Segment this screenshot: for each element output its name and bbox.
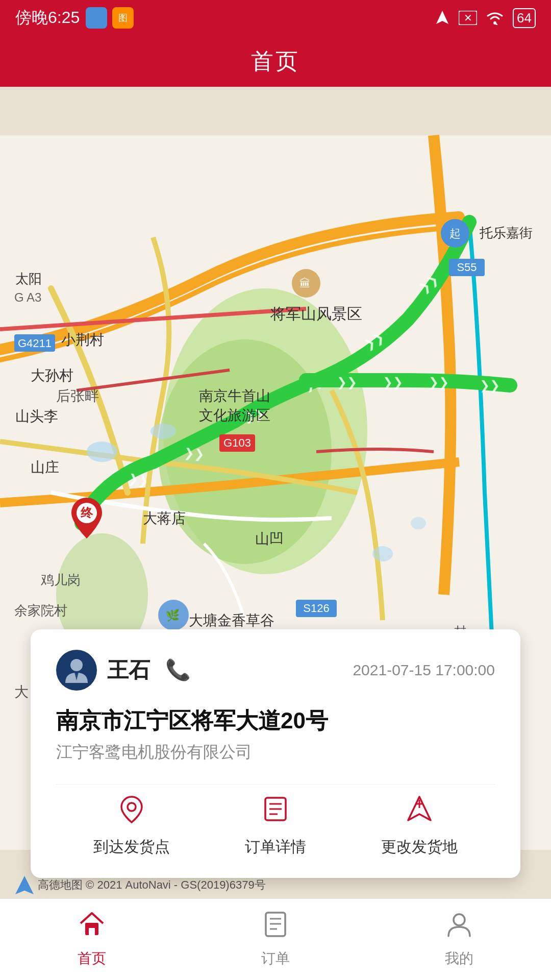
svg-text:起: 起: [449, 227, 461, 240]
nav-home[interactable]: 首页: [78, 911, 106, 968]
order-svg: [262, 911, 289, 938]
svg-text:后张畔: 后张畔: [56, 388, 99, 404]
wifi-icon: [485, 11, 505, 25]
top-header: 首页: [0, 36, 551, 87]
nav-order[interactable]: 订单: [261, 911, 290, 968]
header-title: 首页: [251, 46, 300, 77]
svg-text:终: 终: [80, 506, 93, 520]
svg-text:鸡儿岗: 鸡儿岗: [40, 572, 81, 587]
card-datetime: 2021-07-15 17:00:00: [353, 662, 495, 679]
app-icon-1: [86, 7, 107, 29]
svg-text:G103: G103: [223, 436, 251, 449]
nav-order-label: 订单: [261, 949, 290, 968]
svg-text:托乐嘉街: 托乐嘉街: [479, 225, 533, 240]
svg-text:❯❯: ❯❯: [183, 446, 205, 461]
nav-profile-label: 我的: [445, 949, 473, 968]
nav-profile[interactable]: 我的: [445, 911, 473, 968]
svg-text:山头李: 山头李: [15, 408, 58, 424]
person-svg: [445, 911, 473, 938]
arrive-label: 到达发货点: [93, 837, 170, 857]
location-icon: [434, 10, 450, 26]
x-icon: ✕: [459, 11, 477, 25]
arrive-icon: [117, 795, 146, 829]
svg-text:S126: S126: [303, 602, 329, 615]
card-actions: 到达发货点 订单详情: [56, 784, 495, 857]
address-main: 南京市江宁区将军大道20号: [56, 706, 495, 735]
user-name: 王石: [107, 656, 150, 684]
home-svg: [78, 911, 106, 938]
svg-text:南京牛首山: 南京牛首山: [199, 388, 270, 404]
home-icon: [78, 911, 106, 945]
svg-text:❯❯: ❯❯: [480, 378, 500, 393]
autonavi-logo-icon: [15, 876, 34, 894]
svg-point-55: [372, 546, 393, 561]
svg-text:大蒋店: 大蒋店: [143, 510, 186, 526]
svg-text:大塘金香草谷: 大塘金香草谷: [189, 612, 274, 628]
person-icon: [445, 911, 473, 945]
svg-rect-66: [89, 928, 95, 935]
order-detail-btn[interactable]: 订单详情: [245, 795, 306, 857]
svg-text:余家院村: 余家院村: [14, 603, 67, 618]
svg-text:小荆村: 小荆村: [61, 332, 104, 348]
svg-point-58: [128, 803, 136, 811]
svg-point-56: [411, 517, 426, 529]
svg-point-54: [151, 424, 176, 439]
svg-text:S55: S55: [457, 261, 477, 274]
avatar: [56, 650, 97, 691]
status-bar: 傍晚6:25 图 ✕ 64: [0, 0, 551, 36]
arrive-btn[interactable]: 到达发货点: [93, 795, 170, 857]
svg-point-71: [454, 914, 465, 925]
status-time: 傍晚6:25: [15, 7, 80, 29]
address-sub: 江宁客鹭电机股份有限公司: [56, 741, 495, 764]
app-icon-2: 图: [112, 7, 134, 29]
svg-text:大孙村: 大孙村: [31, 368, 73, 383]
svg-text:❯❯: ❯❯: [383, 375, 403, 389]
change-location-icon: [405, 795, 434, 829]
phone-icon[interactable]: 📞: [165, 658, 191, 682]
list-icon: [261, 795, 290, 823]
attribution-text: 高德地图 © 2021 AutoNavi - GS(2019)6379号: [38, 877, 266, 893]
svg-text:🌿: 🌿: [166, 608, 180, 622]
map-attribution: 高德地图 © 2021 AutoNavi - GS(2019)6379号: [15, 876, 266, 894]
svg-text:大: 大: [14, 684, 29, 700]
svg-text:山庄: 山庄: [31, 459, 59, 475]
svg-text:将军山风景区: 将军山风景区: [270, 305, 362, 322]
svg-text:太阳: 太阳: [15, 271, 42, 286]
location-pin-icon: [117, 795, 146, 823]
svg-point-3: [493, 21, 496, 24]
order-icon: [262, 911, 289, 945]
svg-point-53: [87, 442, 117, 462]
svg-text:G A3: G A3: [14, 290, 41, 304]
card-header-row: 王石 📞 2021-07-15 17:00:00: [56, 650, 495, 691]
svg-point-57: [70, 659, 83, 671]
svg-text:✕: ✕: [464, 12, 472, 23]
order-detail-label: 订单详情: [245, 837, 306, 857]
nav-home-label: 首页: [78, 949, 106, 968]
user-info-group: 王石 📞: [56, 650, 191, 691]
edit-location-icon: [405, 795, 434, 823]
change-location-label: 更改发货地: [381, 837, 458, 857]
svg-text:山凹: 山凹: [255, 531, 284, 547]
avatar-icon: [61, 655, 92, 685]
svg-text:❯❯: ❯❯: [337, 375, 357, 389]
svg-marker-0: [436, 11, 448, 24]
order-list-icon: [261, 795, 290, 829]
svg-text:🏛: 🏛: [299, 277, 311, 290]
change-location-btn[interactable]: 更改发货地: [381, 795, 458, 857]
svg-text:❯❯: ❯❯: [429, 375, 449, 389]
svg-text:文化旅游区: 文化旅游区: [199, 407, 270, 423]
bottom-nav: 首页 订单 我的: [0, 898, 551, 980]
info-card: 王石 📞 2021-07-15 17:00:00 南京市江宁区将军大道20号 江…: [31, 629, 520, 878]
svg-text:G4211: G4211: [18, 337, 52, 350]
battery-indicator: 64: [513, 8, 536, 28]
